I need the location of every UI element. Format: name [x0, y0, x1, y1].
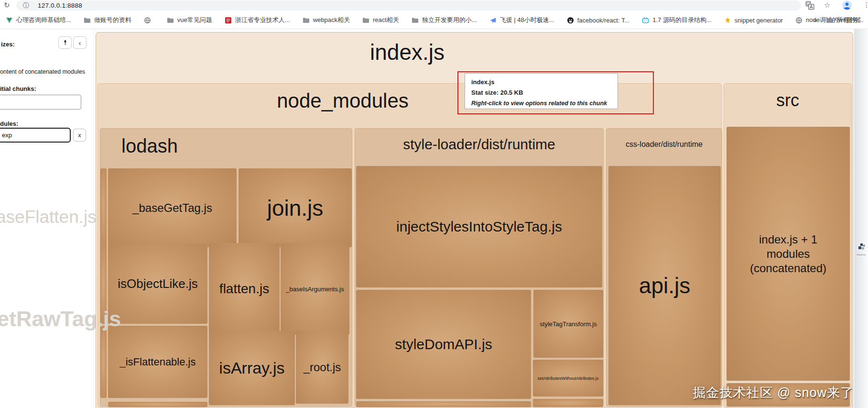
chunk-title: index.js: [312, 39, 503, 65]
concatenated-modules-checkbox-label[interactable]: ontent of concatenated modules: [0, 68, 85, 75]
group-title: css-loader/dist/runtime: [607, 140, 722, 149]
analyzer-sidebar: ‹ izes: ontent of concatenated modules i…: [0, 29, 94, 408]
treemap-cell[interactable]: isArray.js: [209, 331, 295, 405]
bookmark-item[interactable]: snippet generator: [724, 17, 783, 24]
treemap-cell[interactable]: setAttributesWithoutAttributes.js: [533, 360, 603, 397]
profile-avatar[interactable]: [842, 0, 852, 10]
reload-icon[interactable]: ↻: [4, 1, 10, 10]
bookmarks-bar: 心理咨询师基础培... 做账号的资料 vue常见问题 浙江省专业技术人... w…: [0, 11, 868, 29]
bookmark-label: 做账号的资料: [94, 16, 131, 24]
bookmark-label: facebook/react: T...: [577, 17, 630, 24]
bookmarks-overflow-chevron-icon[interactable]: »: [814, 16, 817, 24]
bookmark-item[interactable]: 飞援 | 48小时极速...: [489, 16, 554, 24]
chevron-left-icon: ‹: [79, 39, 81, 47]
treemap-cell[interactable]: flatten.js: [209, 243, 280, 335]
treemap-cell[interactable]: api.js: [608, 166, 721, 405]
bookmark-label: 心理咨询师基础培...: [16, 16, 71, 24]
treemap-sizes-label: izes:: [1, 41, 15, 48]
treemap-cell[interactable]: _baseIsArguments.js: [281, 243, 349, 335]
search-modules-label: dules:: [0, 120, 18, 127]
treemap-cell-partial[interactable]: [356, 401, 531, 407]
page-right-gutter: FoamTree: [854, 29, 868, 408]
folder-icon: [167, 17, 174, 24]
treemap-cell[interactable]: _isFlattenable.js: [108, 326, 207, 398]
initial-chunks-label: itial chunks:: [0, 85, 36, 92]
treemap-cell-concatenated[interactable]: index.js + 1 modules (concatenated): [727, 127, 850, 381]
github-icon: [567, 17, 574, 24]
treemap-group-lodash[interactable]: lodash _baseGetTag.js join.js isObjectLi…: [100, 128, 352, 407]
search-modules-input[interactable]: [0, 128, 71, 143]
treemap-cell-partial[interactable]: [533, 399, 603, 407]
bookmarks-divider: [824, 15, 824, 24]
bookmark-label: 飞援 | 48小时极速...: [500, 16, 554, 24]
vue-icon: [6, 17, 13, 24]
foamtree-logo-icon: [857, 243, 865, 251]
collapse-sidebar-button[interactable]: ‹: [73, 36, 87, 49]
bookmark-item[interactable]: 独立开发要用的小...: [412, 16, 477, 24]
treemap-group-node-modules[interactable]: node_modules lodash _baseGetTag.js join.…: [98, 83, 722, 408]
star-icon: [724, 17, 731, 24]
chunks-filter-input[interactable]: [0, 95, 81, 110]
all-bookmarks-label: 所有书签: [836, 16, 861, 24]
group-title: node_modules: [247, 89, 438, 112]
all-bookmarks-button[interactable]: 所有书签: [826, 16, 866, 24]
globe-icon: [144, 17, 151, 24]
treemap-group-css-loader[interactable]: css-loader/dist/runtime api.js: [606, 128, 722, 407]
treemap-cell[interactable]: styleTagTransform.js: [533, 290, 603, 358]
bookmark-item[interactable]: react相关: [362, 16, 399, 24]
bookmark-label: vue常见问题: [177, 16, 212, 24]
bilibili-icon: [642, 17, 649, 24]
group-title: lodash: [121, 135, 178, 157]
bookmark-label: 独立开发要用的小...: [422, 16, 477, 24]
bookmark-label: 浙江省专业技术人...: [235, 16, 290, 24]
treemap-cell[interactable]: isObjectLike.js: [108, 244, 207, 324]
bookmark-label: webpack相关: [313, 16, 350, 24]
bookmark-item[interactable]: 心理咨询师基础培...: [6, 16, 71, 24]
bookmark-item[interactable]: [144, 17, 154, 24]
browser-toolbar: ↻ ⓘ 127.0.0.1:8888 ☆ ⋮: [0, 0, 868, 11]
seal-icon: [225, 17, 232, 24]
treemap-cell[interactable]: join.js: [239, 168, 352, 247]
bookmark-item[interactable]: webpack相关: [303, 16, 350, 24]
occluded-treemap-text: aseFlatten.js: [0, 207, 97, 227]
treemap-cell-partial[interactable]: [100, 326, 107, 398]
treemap-cell-partial[interactable]: [100, 168, 107, 247]
treemap-cell-partial[interactable]: [108, 402, 207, 407]
clear-search-button[interactable]: x: [73, 129, 86, 142]
browser-menu-icon[interactable]: ⋮: [863, 1, 868, 9]
url-text[interactable]: 127.0.0.1:8888: [38, 2, 82, 9]
foamtree-attribution: FoamTree: [856, 243, 867, 256]
site-info-icon[interactable]: ⓘ: [23, 1, 29, 10]
bookmark-label: react相关: [373, 16, 399, 24]
plane-icon: [489, 17, 497, 24]
bookmark-item[interactable]: 1.7 源码的目录结构...: [642, 16, 712, 24]
treemap-cell[interactable]: styleDomAPI.js: [356, 290, 531, 399]
globe-icon: [795, 17, 803, 24]
folder-icon: [362, 17, 369, 24]
bookmark-item[interactable]: vue常见问题: [167, 16, 212, 24]
bookmark-label: snippet generator: [735, 17, 783, 24]
address-bar[interactable]: ⓘ 127.0.0.1:8888: [16, 0, 801, 11]
folder-icon: [412, 17, 419, 24]
pin-sidebar-button[interactable]: [58, 36, 72, 49]
foamtree-label: FoamTree: [856, 254, 867, 256]
translate-icon[interactable]: [805, 0, 814, 10]
bookmark-item[interactable]: facebook/react: T...: [567, 17, 630, 24]
folder-icon: [303, 17, 310, 24]
treemap-cell[interactable]: _baseGetTag.js: [108, 168, 237, 247]
treemap-cell[interactable]: injectStylesIntoStyleTag.js: [356, 166, 602, 287]
occluded-treemap-text: etRawTag.js: [0, 307, 121, 331]
group-title: style-loader/dist/runtime: [355, 136, 603, 153]
close-icon: x: [78, 132, 81, 139]
bookmark-label: 1.7 源码的目录结构...: [652, 16, 712, 24]
treemap-group-src[interactable]: src index.js + 1 modules (concatenated): [724, 83, 852, 408]
pin-icon: [62, 40, 68, 46]
bookmark-item[interactable]: 浙江省专业技术人...: [225, 16, 290, 24]
red-annotation-box: [457, 71, 654, 114]
bookmark-item[interactable]: 做账号的资料: [84, 16, 131, 24]
folder-icon: [84, 17, 91, 24]
treemap-group-style-loader[interactable]: style-loader/dist/runtime injectStylesIn…: [355, 128, 604, 407]
group-title: src: [724, 90, 851, 110]
treemap-cell[interactable]: _root.js: [296, 331, 348, 404]
bookmark-star-icon[interactable]: ☆: [824, 1, 830, 10]
